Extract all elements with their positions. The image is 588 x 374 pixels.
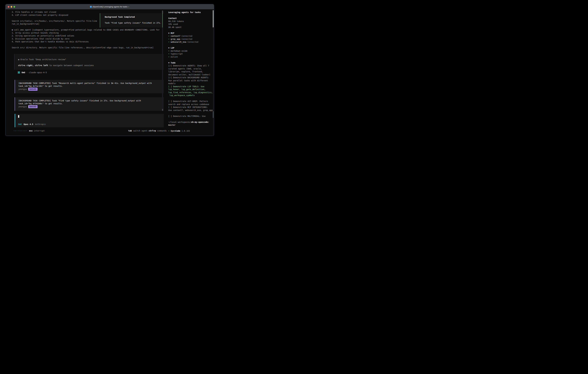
- notification-body: Task "Find type safety issues" finished …: [105, 21, 161, 24]
- blank-line: [168, 118, 212, 121]
- window-title-area: [OpenCode] Leveraging agents for tasks ◐: [6, 4, 214, 9]
- working-spinner: ·········: [13, 129, 27, 132]
- status-badge: QUEUED: [28, 105, 37, 108]
- oracle-task-hint-line: ctrl+x right, ctrl+x left to navigate be…: [18, 64, 94, 67]
- input-provider-name: Anthropic: [35, 123, 46, 126]
- esc-key: esc: [29, 130, 33, 132]
- blank-line: [168, 43, 212, 47]
- todo-line-active: lsp_hover, lsp_goto_definition,: [168, 88, 212, 91]
- commands-action: commands: [157, 130, 167, 132]
- mcp-section-header[interactable]: ▼ MCP: [168, 32, 212, 35]
- blank-line: [168, 97, 212, 100]
- oracle-task-card[interactable]: ◉ Oracle Task "Deep architecture review"…: [15, 54, 164, 70]
- input-agent-name[interactable]: OmO: [18, 123, 22, 126]
- prompt-input[interactable]: OmO Opus 4.5 Anthropic: [15, 114, 164, 127]
- agent-icon: [18, 72, 20, 73]
- app-name-a: Open: [171, 130, 176, 132]
- sidebar: Leveraging agents for tasks Context 66,5…: [168, 10, 212, 133]
- task-accent-bar: [15, 97, 15, 111]
- lsp-name: typescript: [171, 53, 183, 55]
- mcp-item: • websearch_exa Connected: [168, 41, 212, 43]
- scrollbar-thumb[interactable]: [162, 109, 163, 111]
- task-meta-line: yeongyuQUEUED: [18, 105, 37, 108]
- input-footer: OmO Opus 4.5 Anthropic: [18, 123, 46, 126]
- lsp-item: • typescript: [168, 52, 212, 55]
- todo-line-active: lsp_find_references, lsp_diagnostics,: [168, 91, 212, 94]
- blank-line: [168, 112, 212, 115]
- mcp-name: context7: [171, 35, 180, 37]
- lsp-section-header[interactable]: ▼ LSP: [168, 46, 212, 50]
- scrollbar-segment[interactable]: [213, 111, 214, 118]
- app-version: 1.0.163: [180, 130, 190, 132]
- mcp-item: • context7 Connected: [168, 35, 212, 38]
- window-title: [OpenCode] Leveraging agents for tasks: [93, 6, 127, 8]
- input-model-name[interactable]: Opus 4.5: [24, 123, 33, 126]
- todo-line-done: librarian, explore, frontend,: [168, 70, 212, 73]
- todo-line-done: [✓] Demonstrate AGENTS: Show all 7: [168, 64, 212, 67]
- progress-icon: ◐: [128, 6, 129, 8]
- chat-line: 3. File handles or streams not closed: [12, 10, 160, 14]
- task-message-line: task_id="bg_dcfac161" to get results.: [18, 85, 63, 88]
- lsp-heading: LSP: [171, 47, 174, 49]
- oracle-task-title-line: ◉ Oracle Task "Deep architecture review": [18, 58, 66, 61]
- task-accent-bar: [15, 80, 15, 93]
- esc-action: interrupt: [34, 130, 45, 132]
- task-user: yeongyu: [18, 88, 27, 90]
- scrollbar-thumb[interactable]: [162, 10, 163, 14]
- document-proxy-icon: [90, 6, 92, 8]
- mcp-name: websearch_exa: [171, 41, 186, 43]
- todo-line-active: lsp_workspace_symbols: [168, 94, 212, 97]
- mcp-status: Connected: [188, 41, 198, 43]
- task-message-line: [BACKGROUND TASK COMPLETED] Task "Resear…: [18, 82, 152, 85]
- sidebar-scrollbar[interactable]: [213, 10, 214, 135]
- chat-line-blank: [12, 43, 160, 46]
- commands-hint: ctrl+p commands: [149, 129, 167, 132]
- workspace-path: ~/local-workspaces/oh-my-opencode:: [168, 121, 212, 124]
- todo-heading: Todo: [171, 62, 176, 64]
- mcp-name: grep_app: [171, 38, 180, 40]
- input-accent-bar: [15, 114, 15, 127]
- todo-line-done: [✓] Demonstrate BACKGROUND AGENTS:: [168, 76, 212, 79]
- background-task-message[interactable]: [BACKGROUND TASK COMPLETED] Task "Find t…: [15, 97, 164, 111]
- task-message-line: task_id="bg_6f59260c" to get results.: [18, 102, 63, 105]
- todo-line-done: Run parallel tasks with different: [168, 79, 212, 82]
- text-cursor: [18, 115, 19, 118]
- notification-toast[interactable]: Background Task Completed Task "Find typ…: [100, 13, 163, 28]
- todo-line-done: models: [168, 82, 212, 85]
- keyboard-shortcuts: ctrl+x right, ctrl+x left: [18, 64, 48, 67]
- lsp-item: • markdown-oxide: [168, 50, 212, 52]
- scrollbar-thumb[interactable]: [213, 10, 214, 27]
- lsp-name: eslint: [171, 56, 178, 58]
- status-badge: QUEUED: [28, 88, 37, 91]
- desktop: [OpenCode] Leveraging agents for tasks ◐…: [0, 0, 223, 142]
- task-user: yeongyu: [18, 105, 27, 108]
- tool-call-tail: Search src/ directory. Return specific f…: [12, 46, 160, 49]
- blank-line: [168, 14, 212, 17]
- mcp-item: • grep_app Connected: [168, 38, 212, 41]
- todo-line-pending: Use context7, websearch_exa, grep_app: [168, 109, 212, 112]
- workspace-name: oh-my-opencode:: [191, 121, 209, 123]
- todo-section-header[interactable]: ▼ Todo: [168, 61, 212, 64]
- oracle-task-accent-bar: [14, 54, 15, 70]
- oracle-task-title: Oracle Task "Deep architecture review": [19, 58, 66, 61]
- app-name-b: Code: [176, 130, 180, 132]
- tool-call-line: ⚙ call_omo_agent [subagent_type=explore,…: [12, 28, 160, 31]
- tab-key: tab: [128, 130, 132, 132]
- tab-hint: tab switch agent: [128, 129, 147, 132]
- task-meta-line: yeongyuQUEUED: [18, 88, 37, 91]
- todo-line-done: curated agents (OmO, oracle,: [168, 67, 212, 70]
- separator-dot: ·: [25, 71, 29, 74]
- agent-header: OmO · claude-opus-4-5: [18, 71, 47, 74]
- blank-line: [168, 29, 212, 32]
- esc-label: [33, 130, 34, 132]
- background-task-message[interactable]: [BACKGROUND TASK COMPLETED] Task "Resear…: [15, 80, 164, 93]
- esc-hint: esc interrupt: [29, 129, 45, 132]
- titlebar[interactable]: [OpenCode] Leveraging agents for tasks ◐: [6, 4, 214, 10]
- mcp-heading: MCP: [171, 32, 174, 34]
- version-line: • OpenCode 1.0.163: [168, 129, 212, 133]
- shortcut-hint: to navigate between subagent sessions: [48, 64, 94, 67]
- lsp-name: markdown-oxide: [171, 50, 188, 52]
- agent-model: claude-opus-4-5: [29, 71, 47, 74]
- app-content: 3. File handles or streams not closed 4.…: [6, 10, 214, 136]
- lsp-item: • eslint: [168, 55, 212, 58]
